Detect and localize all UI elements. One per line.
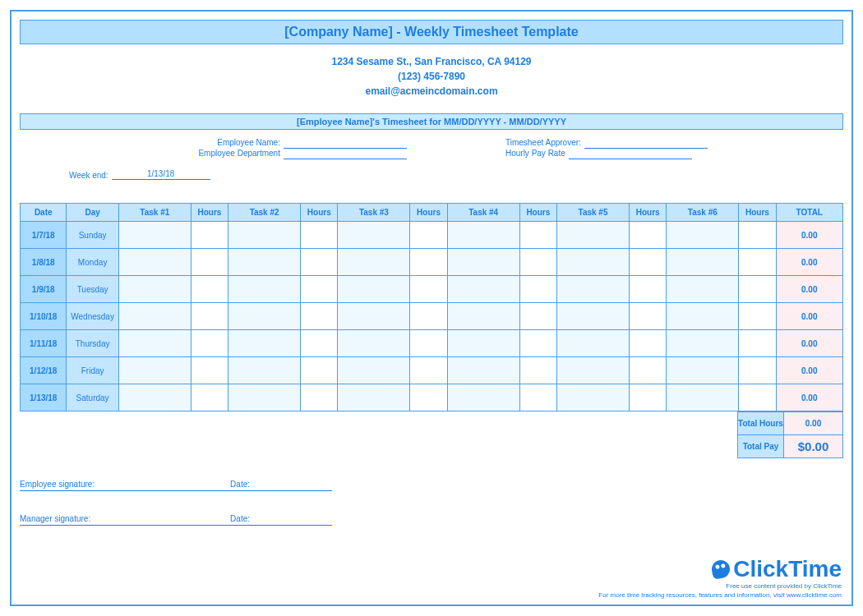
cell-hours[interactable] [191,384,228,411]
cell-task[interactable] [118,330,191,357]
cell-hours[interactable] [410,330,447,357]
approver-label: Timesheet Approver: [505,138,584,149]
cell-hours[interactable] [519,222,556,249]
cell-hours[interactable] [301,303,338,330]
cell-task[interactable] [667,276,739,303]
cell-task[interactable] [447,303,519,330]
cell-task[interactable] [228,303,301,330]
cell-hours[interactable] [410,384,447,411]
cell-task[interactable] [118,303,191,330]
signature-date-label: Date: [230,514,250,523]
cell-hours[interactable] [739,222,776,249]
cell-hours[interactable] [739,357,776,384]
cell-hours[interactable] [191,303,228,330]
cell-date: 1/10/18 [21,303,67,330]
cell-task[interactable] [667,357,739,384]
cell-task[interactable] [667,222,739,249]
cell-task[interactable] [338,303,410,330]
cell-task[interactable] [338,276,410,303]
cell-hours[interactable] [630,357,667,384]
cell-task[interactable] [447,249,519,276]
cell-task[interactable] [556,222,629,249]
cell-hours[interactable] [301,330,338,357]
cell-task[interactable] [118,357,191,384]
cell-task[interactable] [338,384,410,411]
cell-task[interactable] [447,384,519,411]
cell-date: 1/7/18 [21,222,67,249]
manager-signature-line[interactable]: Manager signature: Date: [20,514,332,526]
approver-field[interactable] [584,138,708,149]
cell-hours[interactable] [191,222,228,249]
cell-hours[interactable] [301,249,338,276]
cell-task[interactable] [667,330,739,357]
cell-task[interactable] [228,222,301,249]
weekend-label: Week end: [69,171,112,180]
cell-hours[interactable] [301,357,338,384]
cell-task[interactable] [338,357,410,384]
cell-hours[interactable] [519,384,556,411]
cell-hours[interactable] [191,276,228,303]
cell-hours[interactable] [301,276,338,303]
cell-task[interactable] [338,249,410,276]
cell-task[interactable] [228,384,301,411]
cell-task[interactable] [447,357,519,384]
cell-hours[interactable] [739,276,776,303]
cell-task[interactable] [118,249,191,276]
cell-task[interactable] [667,303,739,330]
payrate-field[interactable] [569,149,692,159]
cell-task[interactable] [556,249,629,276]
weekend-field[interactable]: 1/13/18 [112,169,210,180]
cell-hours[interactable] [630,222,667,249]
cell-hours[interactable] [739,249,776,276]
cell-hours[interactable] [410,222,447,249]
th-task3: Task #3 [338,204,410,222]
cell-hours[interactable] [301,384,338,411]
cell-hours[interactable] [301,222,338,249]
cell-task[interactable] [556,357,629,384]
cell-total: 0.00 [776,384,842,411]
cell-task[interactable] [228,330,301,357]
cell-task[interactable] [447,222,519,249]
cell-task[interactable] [556,330,629,357]
cell-task[interactable] [228,276,301,303]
cell-task[interactable] [556,276,629,303]
cell-task[interactable] [228,249,301,276]
cell-hours[interactable] [519,303,556,330]
cell-task[interactable] [338,330,410,357]
cell-hours[interactable] [630,249,667,276]
cell-hours[interactable] [519,330,556,357]
employee-dept-field[interactable] [284,149,407,159]
cell-task[interactable] [447,330,519,357]
cell-task[interactable] [118,276,191,303]
total-hours-label: Total Hours [738,412,784,435]
cell-hours[interactable] [739,384,776,411]
cell-task[interactable] [556,303,629,330]
cell-task[interactable] [556,384,629,411]
cell-hours[interactable] [191,330,228,357]
cell-hours[interactable] [739,303,776,330]
cell-hours[interactable] [519,357,556,384]
cell-hours[interactable] [191,249,228,276]
cell-hours[interactable] [630,330,667,357]
cell-hours[interactable] [739,330,776,357]
cell-hours[interactable] [191,357,228,384]
cell-hours[interactable] [410,357,447,384]
cell-task[interactable] [338,222,410,249]
cell-hours[interactable] [630,384,667,411]
cell-hours[interactable] [630,303,667,330]
cell-hours[interactable] [519,276,556,303]
cell-task[interactable] [118,222,191,249]
employee-signature-line[interactable]: Employee signature: Date: [20,480,332,491]
employee-name-field[interactable] [284,138,407,149]
cell-task[interactable] [118,384,191,411]
cell-task[interactable] [667,249,739,276]
cell-hours[interactable] [519,249,556,276]
cell-task[interactable] [228,357,301,384]
cell-hours[interactable] [410,249,447,276]
cell-hours[interactable] [410,303,447,330]
cell-task[interactable] [667,384,739,411]
cell-hours[interactable] [410,276,447,303]
cell-date: 1/8/18 [21,249,67,276]
cell-hours[interactable] [630,276,667,303]
cell-task[interactable] [447,276,519,303]
